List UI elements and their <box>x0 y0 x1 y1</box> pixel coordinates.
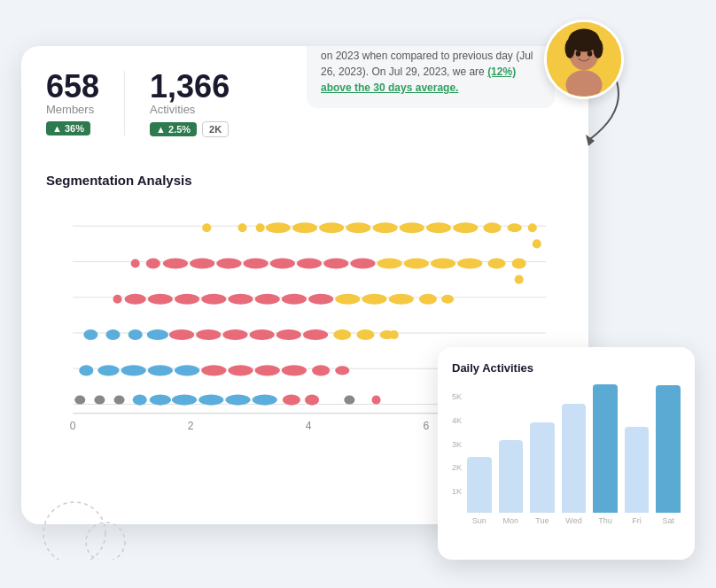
svg-text:6: 6 <box>424 420 430 432</box>
svg-point-74 <box>303 329 328 340</box>
svg-point-97 <box>253 395 277 406</box>
svg-point-32 <box>508 223 522 232</box>
bar-sat <box>656 385 681 513</box>
svg-point-102 <box>390 330 399 339</box>
svg-point-47 <box>431 258 455 268</box>
bar-group-sun: Sun <box>467 457 492 525</box>
bar-tue <box>530 422 555 513</box>
svg-point-59 <box>308 294 333 305</box>
svg-point-86 <box>282 365 307 375</box>
bar-group-thu: Thu <box>593 384 618 526</box>
svg-point-39 <box>216 258 241 268</box>
y-label-4k: 4K <box>452 416 462 425</box>
svg-point-22 <box>256 223 265 232</box>
y-axis: 5K 4K 3K 2K 1K <box>452 392 462 525</box>
svg-point-26 <box>346 222 370 233</box>
svg-point-98 <box>283 395 300 406</box>
bar-chart-area: 5K 4K 3K 2K 1K SunMonTueWedThuFriSat <box>452 383 681 525</box>
activities-stat: 1,366 Activities ▲ 2.5% 2K <box>150 71 254 137</box>
stats-row: 658 Members ▲ 36% 1,366 Activities ▲ 2.5… <box>46 71 307 137</box>
svg-point-100 <box>344 396 354 405</box>
svg-point-41 <box>270 258 295 268</box>
svg-point-89 <box>74 396 85 405</box>
bar-label-tue: Tue <box>535 516 549 525</box>
bar-group-mon: Mon <box>499 440 524 526</box>
svg-point-42 <box>297 258 322 268</box>
svg-point-106 <box>86 522 125 560</box>
bar-label-wed: Wed <box>565 516 581 525</box>
svg-point-45 <box>377 258 402 268</box>
activities-number: 1,366 <box>150 71 230 103</box>
svg-point-58 <box>282 294 307 305</box>
svg-point-7 <box>588 50 593 57</box>
svg-point-103 <box>533 239 541 248</box>
svg-point-37 <box>163 258 188 268</box>
members-stat: 658 Members ▲ 36% <box>46 71 125 135</box>
bar-label-fri: Fri <box>632 516 642 525</box>
svg-point-46 <box>404 258 429 268</box>
svg-point-61 <box>362 294 386 305</box>
bar-mon <box>499 440 524 514</box>
svg-point-57 <box>255 294 280 305</box>
bar-label-thu: Thu <box>598 516 612 525</box>
svg-point-66 <box>105 329 120 340</box>
bar-wed <box>562 404 587 513</box>
scene: 658 Members ▲ 36% 1,366 Activities ▲ 2.5… <box>21 19 695 569</box>
bar-group-tue: Tue <box>530 422 555 525</box>
bar-fri <box>625 427 650 514</box>
svg-point-72 <box>250 329 275 340</box>
svg-point-56 <box>228 294 253 305</box>
members-badge: ▲ 36% <box>46 121 90 135</box>
svg-point-95 <box>198 395 223 406</box>
svg-point-73 <box>276 329 301 340</box>
svg-point-71 <box>222 329 247 340</box>
svg-point-84 <box>228 365 253 375</box>
svg-point-76 <box>356 329 374 340</box>
svg-point-63 <box>419 294 437 305</box>
svg-point-91 <box>114 396 125 405</box>
svg-point-60 <box>335 294 360 305</box>
svg-point-48 <box>457 258 482 268</box>
bar-sun <box>467 457 492 513</box>
svg-point-3 <box>565 39 575 58</box>
bar-thu <box>593 384 618 514</box>
daily-title: Daily Activities <box>452 361 681 375</box>
svg-point-90 <box>94 396 105 405</box>
svg-point-96 <box>225 395 250 406</box>
svg-point-79 <box>97 365 119 375</box>
y-label-2k: 2K <box>452 463 462 472</box>
svg-point-92 <box>133 395 147 406</box>
svg-point-87 <box>312 365 330 375</box>
svg-point-49 <box>487 258 505 268</box>
bar-group-fri: Fri <box>625 427 650 526</box>
svg-point-69 <box>169 329 194 340</box>
svg-point-104 <box>515 275 524 284</box>
bars-container: SunMonTueWedThuFriSat <box>467 392 681 525</box>
avatar <box>544 19 624 99</box>
activities-label: Activities <box>150 103 230 116</box>
activities-badge: ▲ 2.5% <box>150 122 197 136</box>
svg-point-52 <box>125 294 146 305</box>
members-label: Members <box>46 103 99 116</box>
svg-point-43 <box>323 258 348 268</box>
bar-group-wed: Wed <box>562 404 587 525</box>
svg-point-23 <box>266 222 291 233</box>
svg-point-99 <box>305 395 319 406</box>
svg-text:0: 0 <box>70 420 76 432</box>
svg-point-64 <box>441 295 454 304</box>
svg-point-88 <box>335 366 349 375</box>
bar-label-sun: Sun <box>472 516 486 525</box>
svg-point-36 <box>146 258 160 268</box>
y-label-1k: 1K <box>452 487 462 496</box>
svg-point-80 <box>121 365 146 375</box>
svg-point-6 <box>576 50 581 57</box>
bar-group-sat: Sat <box>656 385 681 525</box>
svg-point-94 <box>172 395 197 406</box>
svg-point-67 <box>128 329 143 340</box>
svg-point-33 <box>528 223 537 232</box>
svg-point-83 <box>201 365 226 375</box>
svg-point-38 <box>190 258 214 268</box>
svg-point-70 <box>196 329 221 340</box>
svg-point-55 <box>201 294 226 305</box>
svg-point-25 <box>319 222 344 233</box>
